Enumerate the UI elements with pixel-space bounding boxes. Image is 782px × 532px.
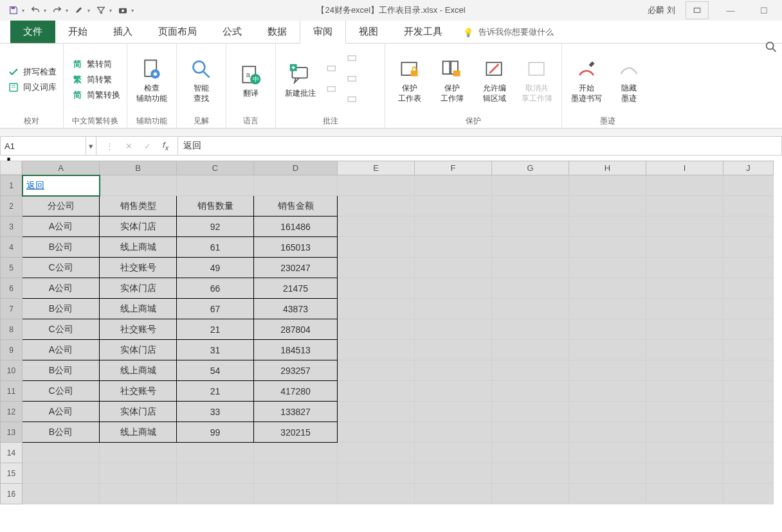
cell[interactable]: 230247 [254, 258, 338, 278]
cell[interactable] [569, 319, 646, 340]
cell[interactable] [646, 237, 723, 258]
cell[interactable] [415, 237, 492, 258]
cell[interactable] [338, 381, 415, 402]
cell[interactable]: 社交账号 [100, 258, 177, 278]
translate-button[interactable]: a中 翻译 [232, 58, 270, 101]
cell[interactable]: 实体门店 [100, 278, 177, 299]
cell[interactable] [100, 484, 177, 504]
cell[interactable] [723, 217, 774, 237]
cell[interactable] [254, 463, 338, 484]
cell[interactable] [723, 402, 774, 422]
cell[interactable] [492, 463, 569, 484]
cell[interactable] [415, 319, 492, 340]
dropdown-icon[interactable]: ▾ [44, 8, 49, 13]
maximize-icon[interactable]: ☐ [752, 1, 776, 19]
cell[interactable] [723, 381, 774, 402]
cell[interactable]: C公司 [23, 319, 100, 340]
cell[interactable] [338, 299, 415, 319]
cell[interactable] [492, 360, 569, 381]
cell[interactable]: C公司 [23, 381, 100, 402]
tab-file[interactable]: 文件 [10, 21, 55, 43]
cell[interactable]: 线上商城 [100, 422, 177, 443]
cell[interactable] [646, 360, 723, 381]
cell[interactable] [492, 175, 569, 196]
tab-insert[interactable]: 插入 [100, 21, 145, 43]
cell[interactable]: A公司 [23, 402, 100, 422]
cell[interactable] [338, 278, 415, 299]
cell[interactable]: B公司 [23, 299, 100, 319]
undo-icon[interactable] [28, 3, 42, 17]
cell[interactable] [569, 443, 646, 463]
protect-sheet-button[interactable]: 保护工作表 [390, 53, 429, 106]
cell[interactable]: 实体门店 [100, 402, 177, 422]
trad-to-simp-button[interactable]: 简繁转简 [69, 57, 122, 71]
cell[interactable] [569, 484, 646, 504]
cell[interactable] [338, 196, 415, 217]
spreadsheet-grid[interactable]: ✚ ABCDEFGHIJ1返回2分公司销售类型销售数量销售金额3A公司实体门店9… [0, 155, 782, 508]
redo-icon[interactable] [50, 3, 64, 17]
cell[interactable] [338, 402, 415, 422]
cell[interactable] [338, 463, 415, 484]
cell[interactable] [492, 381, 569, 402]
cell[interactable] [723, 463, 774, 484]
cell[interactable] [338, 175, 415, 196]
brush-icon[interactable] [72, 3, 86, 17]
cell[interactable] [415, 175, 492, 196]
cell[interactable] [492, 340, 569, 360]
dropdown-icon[interactable]: ▾ [131, 8, 136, 13]
cell[interactable] [569, 196, 646, 217]
cell[interactable] [23, 484, 100, 504]
cell[interactable] [646, 340, 723, 360]
name-box[interactable]: A1 [0, 136, 86, 155]
dropdown-icon[interactable]: ▾ [87, 8, 93, 13]
cell[interactable]: 293257 [254, 360, 338, 381]
cell[interactable] [569, 340, 646, 360]
cell[interactable] [100, 443, 177, 463]
cell[interactable] [492, 196, 569, 217]
tab-view[interactable]: 视图 [346, 21, 391, 43]
new-comment-button[interactable]: 新建批注 [281, 58, 320, 101]
ribbon-options-icon[interactable] [686, 1, 709, 19]
cell[interactable] [177, 463, 254, 484]
cell[interactable]: 133827 [254, 402, 338, 422]
user-name[interactable]: 必麟 刘 [648, 4, 675, 16]
cell[interactable] [254, 175, 338, 196]
cell[interactable] [723, 299, 774, 319]
cell[interactable] [492, 319, 569, 340]
cell[interactable]: 社交账号 [100, 381, 177, 402]
cell[interactable]: 线上商城 [100, 237, 177, 258]
allow-edit-ranges-button[interactable]: 允许编辑区域 [475, 53, 514, 106]
cell[interactable]: 61 [177, 237, 254, 258]
cell[interactable]: 销售金额 [254, 196, 338, 217]
dropdown-icon[interactable]: ▾ [22, 8, 27, 13]
tab-developer[interactable]: 开发工具 [391, 21, 455, 43]
cell[interactable] [723, 175, 774, 196]
cell[interactable]: 66 [177, 278, 254, 299]
smart-lookup-button[interactable]: 智能查找 [182, 53, 221, 106]
cell[interactable] [646, 217, 723, 237]
cell[interactable] [415, 360, 492, 381]
cell[interactable] [492, 217, 569, 237]
cell[interactable] [338, 340, 415, 360]
cell[interactable] [646, 175, 723, 196]
cell[interactable]: 92 [177, 217, 254, 237]
cell[interactable] [646, 443, 723, 463]
cell[interactable] [338, 422, 415, 443]
cell[interactable] [177, 484, 254, 504]
cell[interactable] [338, 237, 415, 258]
cell[interactable] [646, 258, 723, 278]
select-all-corner[interactable] [0, 161, 22, 175]
camera-icon[interactable] [116, 3, 130, 17]
enter-icon[interactable]: ✓ [144, 141, 151, 151]
simp-trad-toggle-button[interactable]: 简简繁转换 [69, 88, 122, 102]
cell[interactable] [415, 402, 492, 422]
cell[interactable] [492, 299, 569, 319]
fx-icon[interactable]: fx [163, 140, 168, 152]
cell[interactable]: 线上商城 [100, 299, 177, 319]
cell[interactable]: 33 [177, 402, 254, 422]
cell[interactable]: 社交账号 [100, 319, 177, 340]
cell[interactable] [646, 484, 723, 504]
cell[interactable]: 54 [177, 360, 254, 381]
tab-formulas[interactable]: 公式 [210, 21, 255, 43]
check-accessibility-button[interactable]: 检查辅助功能 [132, 53, 171, 106]
